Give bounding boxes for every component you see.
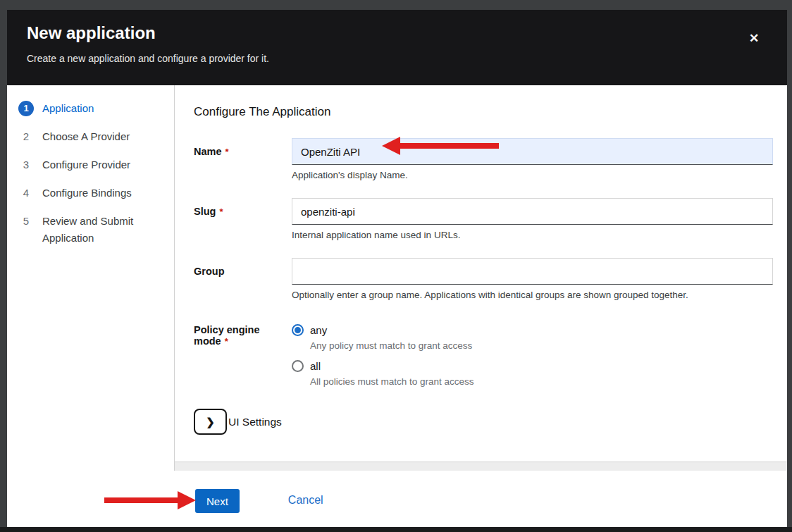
modal-header: New application Create a new application… <box>7 10 787 85</box>
radio-any[interactable] <box>292 324 304 336</box>
ui-settings-row: ❯ UI Settings <box>194 409 773 435</box>
required-asterisk: * <box>225 336 228 347</box>
step-label: Review and Submit Application <box>42 213 163 247</box>
radio-all[interactable] <box>292 360 304 372</box>
step-label: Choose A Provider <box>42 128 130 145</box>
step-label: Application <box>42 100 94 117</box>
step-number-badge: 5 <box>18 214 34 229</box>
slug-label-text: Slug <box>194 206 216 217</box>
slug-helper-text: Internal application name used in URLs. <box>292 230 773 240</box>
slug-label: Slug* <box>194 198 292 240</box>
modal-body: 1 Application 2 Choose A Provider 3 Conf… <box>7 85 787 471</box>
wizard-step-choose-provider[interactable]: 2 Choose A Provider <box>18 128 167 147</box>
step-number-badge: 1 <box>18 101 34 116</box>
new-application-modal: New application Create a new application… <box>7 10 787 527</box>
radio-any-helper: Any policy must match to grant access <box>310 340 773 351</box>
modal-subtitle: Create a new application and configure a… <box>27 53 767 64</box>
step-number-badge: 4 <box>18 185 34 201</box>
step-label: Configure Provider <box>42 156 130 173</box>
modal-footer: Next Cancel <box>7 471 787 527</box>
page-bottom-edge <box>0 527 792 532</box>
name-field-row: Name* Application's display Name. <box>194 138 773 180</box>
group-helper-text: Optionally enter a group name. Applicati… <box>292 290 773 300</box>
name-label-text: Name <box>194 146 222 157</box>
policy-option-all-row: all <box>292 360 773 372</box>
group-label: Group <box>194 258 292 300</box>
application-form: Configure The Application Name* Applicat… <box>175 85 787 462</box>
modal-title: New application <box>27 23 767 44</box>
required-asterisk: * <box>225 147 229 157</box>
group-label-text: Group <box>194 266 225 277</box>
cancel-link[interactable]: Cancel <box>288 494 323 507</box>
slug-input[interactable] <box>292 198 773 225</box>
wizard-step-configure-provider[interactable]: 3 Configure Provider <box>18 156 167 175</box>
wizard-step-review-submit[interactable]: 5 Review and Submit Application <box>18 213 167 247</box>
content-bottom-divider <box>175 462 787 471</box>
page-backdrop: New application Create a new application… <box>0 0 792 532</box>
step-label: Configure Bindings <box>42 185 132 202</box>
step-number-badge: 2 <box>18 129 34 144</box>
ui-settings-label: UI Settings <box>228 416 282 428</box>
content-heading: Configure The Application <box>194 105 773 119</box>
policy-mode-label: Policy engine mode* <box>194 318 292 387</box>
group-input[interactable] <box>292 258 773 285</box>
wizard-content: Configure The Application Name* Applicat… <box>175 85 787 471</box>
policy-mode-row: Policy engine mode* any Any policy must … <box>194 318 773 387</box>
radio-all-label: all <box>310 360 321 372</box>
required-asterisk: * <box>219 206 223 217</box>
wizard-step-configure-bindings[interactable]: 4 Configure Bindings <box>18 185 167 203</box>
group-field-row: Group Optionally enter a group name. App… <box>194 258 773 300</box>
wizard-step-nav: 1 Application 2 Choose A Provider 3 Conf… <box>7 85 175 471</box>
ui-settings-expand-button[interactable]: ❯ <box>194 409 227 435</box>
close-icon[interactable]: ✕ <box>746 31 762 47</box>
radio-all-helper: All policies must match to grant access <box>310 376 773 387</box>
chevron-right-icon: ❯ <box>206 416 215 427</box>
name-helper-text: Application's display Name. <box>292 170 773 180</box>
policy-option-any-row: any <box>292 324 773 336</box>
name-label: Name* <box>194 138 292 180</box>
radio-any-label: any <box>310 324 327 336</box>
next-button[interactable]: Next <box>195 489 240 513</box>
name-input[interactable] <box>292 138 773 165</box>
step-number-badge: 3 <box>18 157 34 173</box>
slug-field-row: Slug* Internal application name used in … <box>194 198 773 240</box>
wizard-step-application[interactable]: 1 Application <box>18 100 167 118</box>
